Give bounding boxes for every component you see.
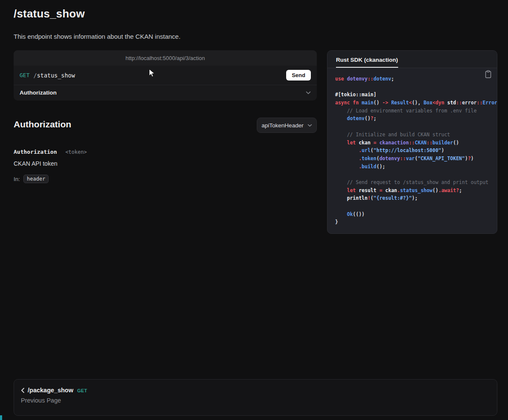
- code-block: use dotenvy::dotenv; #[tokio::main]async…: [327, 68, 497, 232]
- chevron-down-icon: [306, 91, 311, 95]
- page-corner-accent: [0, 415, 2, 420]
- send-button[interactable]: Send: [286, 70, 311, 81]
- endpoint-description: This endpoint shows information about th…: [14, 33, 181, 40]
- server-url: http://localhost:5000/api/3/action: [126, 55, 205, 61]
- request-tester-card: http://localhost:5000/api/3/action GET /…: [14, 50, 317, 101]
- path-slash: /: [33, 72, 37, 79]
- chevron-left-icon: [21, 388, 25, 393]
- previous-page-label: Previous Page: [21, 397, 490, 404]
- authorization-heading: Authorization: [14, 119, 71, 129]
- copy-button[interactable]: [484, 70, 492, 78]
- request-row: GET /status_show Send: [14, 66, 317, 85]
- auth-param-type: <token>: [65, 149, 87, 155]
- http-method-badge: GET: [20, 72, 29, 78]
- authorization-collapsible-row[interactable]: Authorization: [14, 85, 317, 100]
- auth-param-description: CKAN API token: [14, 160, 57, 167]
- chevron-down-icon: [307, 124, 312, 127]
- auth-param-name: Authorization: [14, 149, 57, 155]
- server-url-bar[interactable]: http://localhost:5000/api/3/action: [14, 50, 317, 66]
- auth-param-row: Authorization <token>: [14, 147, 87, 155]
- previous-page-link[interactable]: /package_show GET Previous Page: [14, 379, 497, 416]
- code-example-panel: Rust SDK (ckanaction) use dotenvy::doten…: [327, 50, 497, 234]
- auth-location-row: In: header: [14, 175, 49, 183]
- auth-scheme-select[interactable]: apiTokenHeader: [257, 118, 317, 133]
- previous-endpoint-method: GET: [77, 387, 87, 393]
- code-panel-header: Rust SDK (ckanaction): [327, 51, 497, 68]
- auth-scheme-value: apiTokenHeader: [261, 122, 303, 129]
- authorization-row-label: Authorization: [20, 89, 57, 96]
- page: /status_show This endpoint shows informa…: [0, 0, 508, 420]
- in-label: In:: [14, 176, 20, 182]
- path-name: status_show: [37, 72, 75, 79]
- page-title: /status_show: [14, 7, 85, 20]
- tab-rust-sdk[interactable]: Rust SDK (ckanaction): [336, 57, 398, 68]
- endpoint-path: /status_show: [33, 72, 75, 79]
- previous-endpoint-path: /package_show: [28, 387, 73, 394]
- clipboard-icon: [485, 70, 492, 78]
- in-value-badge: header: [23, 175, 49, 183]
